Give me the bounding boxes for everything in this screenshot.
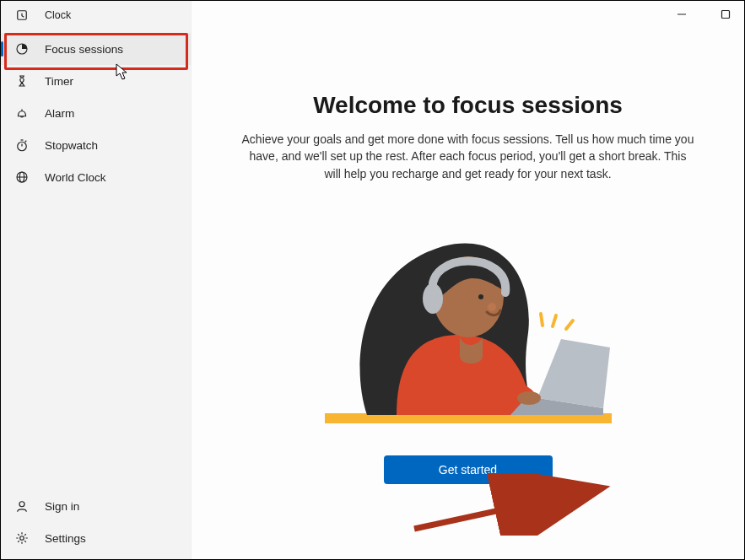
- app-title-row: Clock: [1, 1, 191, 30]
- main-content: Welcome to focus sessions Achieve your g…: [192, 1, 744, 559]
- nav-list: Focus sessions Timer A: [1, 30, 191, 193]
- page-headline: Welcome to focus sessions: [313, 92, 623, 119]
- alarm-icon: [14, 105, 30, 121]
- svg-point-6: [20, 536, 24, 541]
- sidebar: Clock Focus sessions Timer: [1, 1, 192, 559]
- svg-point-5: [19, 502, 24, 507]
- svg-point-10: [423, 283, 443, 314]
- maximize-button[interactable]: [714, 6, 737, 23]
- sidebar-item-label: Stopwatch: [45, 139, 98, 152]
- stopwatch-icon: [14, 137, 30, 153]
- sidebar-item-timer[interactable]: Timer: [1, 65, 191, 97]
- app-title: Clock: [45, 9, 71, 21]
- sidebar-item-label: World Clock: [45, 171, 106, 184]
- sidebar-item-label: Settings: [45, 532, 86, 545]
- sidebar-item-label: Sign in: [45, 500, 79, 513]
- sidebar-item-alarm[interactable]: Alarm: [1, 97, 191, 129]
- sidebar-item-label: Focus sessions: [45, 43, 123, 56]
- sidebar-item-signin[interactable]: Sign in: [1, 490, 191, 522]
- sidebar-item-stopwatch[interactable]: Stopwatch: [1, 129, 191, 161]
- welcome-content: Welcome to focus sessions Achieve your g…: [192, 1, 744, 484]
- focus-sessions-icon: [14, 41, 30, 57]
- sidebar-item-label: Alarm: [45, 107, 74, 120]
- svg-rect-7: [722, 11, 730, 19]
- timer-icon: [14, 73, 30, 89]
- svg-point-12: [488, 303, 496, 311]
- settings-icon: [14, 530, 30, 546]
- welcome-illustration: [316, 213, 620, 432]
- sidebar-item-world-clock[interactable]: World Clock: [1, 161, 191, 193]
- get-started-button[interactable]: Get started: [384, 455, 553, 484]
- svg-point-13: [517, 391, 541, 405]
- minimize-button[interactable]: [670, 6, 694, 23]
- app-window: Clock Focus sessions Timer: [1, 1, 744, 559]
- sidebar-bottom: Sign in Settings: [1, 490, 191, 559]
- world-clock-icon: [14, 170, 30, 185]
- svg-point-11: [478, 294, 483, 299]
- signin-icon: [14, 498, 30, 514]
- page-description: Achieve your goals and get more done wit…: [240, 131, 696, 182]
- window-controls: [670, 6, 737, 23]
- clock-app-icon: [14, 8, 30, 23]
- sidebar-item-settings[interactable]: Settings: [1, 522, 191, 554]
- svg-line-14: [414, 490, 593, 529]
- sidebar-item-focus-sessions[interactable]: Focus sessions: [1, 33, 191, 65]
- sidebar-item-label: Timer: [45, 75, 73, 88]
